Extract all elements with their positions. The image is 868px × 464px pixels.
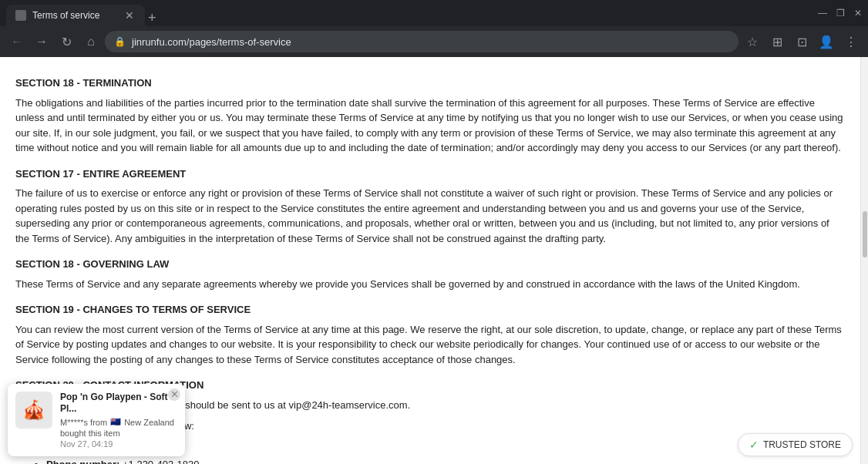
- section18-termination-heading: SECTION 18 - TERMINATION: [15, 76, 845, 91]
- profile-icon: 👤: [819, 35, 834, 49]
- menu-icon: ⋮: [845, 35, 857, 49]
- notification-title: Pop 'n Go Playpen - Soft Pl...: [60, 392, 177, 415]
- scrollbar-thumb[interactable]: [863, 211, 867, 257]
- notification-close-button[interactable]: ✕: [168, 388, 180, 401]
- nav-right-buttons: ☆ ⊞ ⊡ 👤 ⋮: [742, 31, 862, 52]
- cast-button[interactable]: ⊡: [791, 31, 812, 52]
- bookmark-icon: ☆: [747, 35, 758, 49]
- notification-flag: 🇳🇿: [110, 417, 121, 427]
- notification-content: Pop 'n Go Playpen - Soft Pl... M*****s f…: [60, 392, 177, 449]
- tab-favicon: [15, 10, 26, 21]
- notification-buyer: M*****s from 🇳🇿 New Zealand: [60, 417, 177, 427]
- trusted-check-icon: ✓: [749, 439, 759, 451]
- url-text: jinrunfu.com/pages/terms-of-service: [132, 36, 291, 48]
- back-button[interactable]: ←: [6, 31, 28, 52]
- extensions-icon: ⊞: [772, 35, 782, 49]
- contact-phone: Phone number: +1 330-403-1830: [46, 457, 845, 464]
- section17-body: The failure of us to exercise or enforce…: [15, 186, 845, 246]
- notification-country: New Zealand: [124, 418, 174, 427]
- section18-gov-body: These Terms of Service and any separate …: [15, 277, 845, 292]
- home-button[interactable]: ⌂: [80, 31, 102, 52]
- scrollbar[interactable]: [860, 57, 868, 464]
- tab-title: Terms of service: [32, 10, 117, 21]
- nav-bar: ← → ↻ ⌂ 🔒 jinrunfu.com/pages/terms-of-se…: [0, 26, 868, 57]
- contact-phone-value: +1 330-403-1830: [123, 459, 199, 464]
- trusted-store-badge: ✓ TRUSTED STORE: [738, 433, 853, 456]
- reload-icon: ↻: [62, 35, 72, 49]
- lock-icon: 🔒: [114, 36, 126, 47]
- section19-heading: SECTION 19 - CHANGES TO TERMS OF SERVICE: [15, 302, 845, 318]
- restore-button[interactable]: ❐: [836, 8, 845, 18]
- tab-bar: Terms of service ✕ +: [6, 0, 156, 26]
- notification-action: bought this item: [60, 429, 177, 438]
- section18-termination-body: The obligations and liabilities of the p…: [15, 96, 845, 156]
- home-icon: ⌂: [87, 35, 95, 49]
- profile-button[interactable]: 👤: [816, 31, 837, 52]
- notification-product-image: 🎪: [15, 392, 52, 429]
- forward-button[interactable]: →: [31, 31, 52, 52]
- page-wrapper: SECTION 18 - TERMINATION The obligations…: [0, 57, 868, 464]
- section18-gov-heading: SECTION 18 - GOVERNING LAW: [15, 257, 845, 272]
- title-bar: Terms of service ✕ + — ❐ ✕: [0, 0, 868, 26]
- trusted-store-label: TRUSTED STORE: [763, 439, 841, 450]
- contact-phone-label: Phone number:: [46, 459, 119, 464]
- reload-button[interactable]: ↻: [56, 31, 77, 52]
- minimize-button[interactable]: —: [818, 8, 827, 18]
- tab-close-button[interactable]: ✕: [123, 9, 136, 22]
- menu-button[interactable]: ⋮: [840, 31, 862, 52]
- back-icon: ←: [11, 35, 23, 49]
- address-bar[interactable]: 🔒 jinrunfu.com/pages/terms-of-service: [105, 31, 738, 52]
- section19-body: You can review the most current version …: [15, 322, 845, 368]
- extensions-button[interactable]: ⊞: [766, 31, 788, 52]
- notification-buyer-prefix: M*****s from: [60, 418, 107, 427]
- notification-date: Nov 27, 04:19: [60, 439, 177, 449]
- bookmark-button[interactable]: ☆: [742, 31, 763, 52]
- active-tab[interactable]: Terms of service ✕: [6, 5, 145, 26]
- close-button[interactable]: ✕: [854, 8, 862, 18]
- window-controls: — ❐ ✕: [818, 8, 862, 18]
- notification-popup: 🎪 Pop 'n Go Playpen - Soft Pl... M*****s…: [8, 384, 185, 456]
- new-tab-button[interactable]: +: [148, 10, 156, 26]
- forward-icon: →: [35, 35, 48, 49]
- section17-heading: SECTION 17 - ENTIRE AGREEMENT: [15, 166, 845, 182]
- cast-icon: ⊡: [797, 35, 807, 49]
